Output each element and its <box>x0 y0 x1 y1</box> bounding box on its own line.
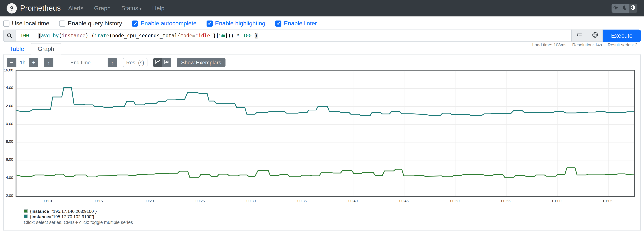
query-token: "idle" <box>195 33 213 38</box>
query-token: by <box>53 33 59 38</box>
moon-icon <box>622 4 627 12</box>
y-tick-label: 2.00 <box>1 193 13 197</box>
checkbox-checked-icon[interactable] <box>275 20 282 26</box>
prometheus-app: Prometheus AlertsGraphStatus▾Help Use lo… <box>0 0 644 233</box>
option-use-local-time[interactable]: Use local time <box>3 20 49 27</box>
option-label: Enable query history <box>68 20 122 27</box>
nav-links: AlertsGraphStatus▾Help <box>68 5 164 11</box>
query-token: = <box>192 33 195 38</box>
query-token: ) <box>255 33 258 38</box>
query-token <box>50 33 53 38</box>
execute-button[interactable]: Execute <box>603 29 641 42</box>
option-enable-highlighting[interactable]: Enable highlighting <box>206 20 265 27</box>
x-tick-label: 00:20 <box>140 199 158 203</box>
query-token: instance <box>62 33 86 38</box>
option-enable-linter[interactable]: Enable linter <box>275 20 317 27</box>
query-expression-input[interactable]: 100 - (avg by(instance) (irate(node_cpu_… <box>16 29 572 42</box>
navbar: Prometheus AlertsGraphStatus▾Help <box>0 0 644 16</box>
option-label: Use local time <box>12 20 49 27</box>
x-tick-label: 00:50 <box>446 199 464 203</box>
globe-icon <box>592 32 598 40</box>
query-token: ) ( <box>86 33 94 38</box>
format-expression-button[interactable] <box>572 29 587 42</box>
x-tick-label: 00:15 <box>89 199 107 203</box>
query-token: ( <box>38 33 41 38</box>
query-token: avg <box>41 33 50 38</box>
series-line[interactable] <box>16 88 634 116</box>
prometheus-torch-icon <box>6 3 17 13</box>
checkbox-checked-icon[interactable] <box>206 20 212 26</box>
query-token: } <box>213 33 216 38</box>
series-label: {instance="195.17.140.203:9100"} <box>30 209 96 214</box>
format-expression-icon <box>576 32 582 39</box>
x-tick-label: 00:30 <box>242 199 260 203</box>
x-tick-label: 00:10 <box>38 199 56 203</box>
legend-item[interactable]: {instance="195.17.140.203:9100"} <box>24 209 97 214</box>
search-icon <box>3 29 16 42</box>
query-token: irate <box>94 33 109 38</box>
sun-icon <box>613 4 618 12</box>
series-line[interactable] <box>16 168 634 177</box>
y-tick-label: 6.00 <box>1 158 13 162</box>
option-label: Enable autocomplete <box>140 20 196 27</box>
y-tick-label: 16.00 <box>1 68 13 72</box>
option-label: Enable linter <box>284 20 317 27</box>
legend-hint: Click: select series, CMD + click: toggl… <box>24 220 133 225</box>
sun-theme-button[interactable] <box>612 4 620 13</box>
x-tick-label: 00:55 <box>497 199 515 203</box>
checkbox-unchecked-icon[interactable] <box>59 20 66 26</box>
query-token: 100 <box>243 33 252 38</box>
y-tick-label: 14.00 <box>1 86 13 90</box>
tab-table[interactable]: Table <box>3 43 31 54</box>
query-token: node_cpu_seconds_total <box>112 33 178 38</box>
series-swatch-icon <box>24 215 28 218</box>
query-token: mode <box>180 33 192 38</box>
query-token: 100 <box>20 33 29 38</box>
brand-name: Prometheus <box>20 4 61 12</box>
y-tick-label: 10.00 <box>1 122 13 126</box>
nav-item-status[interactable]: Status▾ <box>121 5 142 11</box>
query-token: 5m <box>219 33 225 38</box>
x-tick-label: 00:40 <box>344 199 362 203</box>
x-tick-label: 00:45 <box>395 199 413 203</box>
query-token: ( <box>59 33 62 38</box>
plot-area[interactable] <box>16 70 635 197</box>
option-enable-autocomplete[interactable]: Enable autocomplete <box>132 20 196 27</box>
circle-half-theme-button[interactable] <box>629 4 638 13</box>
chart: 16.0014.0012.0010.008.006.004.002.00 00:… <box>4 55 640 230</box>
option-enable-query-history[interactable]: Enable query history <box>59 20 122 27</box>
query-bar: 100 - (avg by(instance) (irate(node_cpu_… <box>3 29 641 42</box>
x-tick-label: 00:25 <box>191 199 209 203</box>
query-token: { <box>178 33 180 38</box>
moon-theme-button[interactable] <box>620 4 629 13</box>
nav-item-help[interactable]: Help <box>152 5 164 11</box>
query-token <box>252 33 255 38</box>
chevron-down-icon: ▾ <box>140 6 142 11</box>
checkbox-unchecked-icon[interactable] <box>3 20 10 26</box>
brand[interactable]: Prometheus <box>6 3 61 13</box>
graph-panel: − 1h + ‹ End time › Res. (s) <box>3 55 641 231</box>
query-token: ])) * <box>225 33 243 38</box>
y-tick-label: 12.00 <box>1 104 13 108</box>
x-tick-label: 00:35 <box>293 199 311 203</box>
query-token: [ <box>216 33 219 38</box>
nav-item-alerts[interactable]: Alerts <box>68 5 83 11</box>
panel-tabs: Table Graph <box>3 43 641 55</box>
legend-item[interactable]: {instance="195.17.70.102:9100"} <box>24 214 97 219</box>
nav-item-graph[interactable]: Graph <box>94 5 110 11</box>
x-tick-label: 01:00 <box>548 199 566 203</box>
series-label: {instance="195.17.70.102:9100"} <box>30 214 94 219</box>
y-tick-label: 8.00 <box>1 140 13 144</box>
metrics-explorer-button[interactable] <box>587 29 603 42</box>
checkbox-checked-icon[interactable] <box>132 20 138 26</box>
options-row: Use local timeEnable query historyEnable… <box>3 18 317 28</box>
x-tick-label: 01:05 <box>599 199 617 203</box>
query-token: ( <box>109 33 112 38</box>
legend: {instance="195.17.140.203:9100"}{instanc… <box>24 209 97 219</box>
y-tick-label: 4.00 <box>1 176 13 180</box>
theme-toggle-group <box>612 4 638 13</box>
query-token: - <box>29 33 38 38</box>
series-swatch-icon <box>24 209 28 213</box>
tab-graph[interactable]: Graph <box>31 43 61 54</box>
circle-half-icon <box>630 4 636 12</box>
